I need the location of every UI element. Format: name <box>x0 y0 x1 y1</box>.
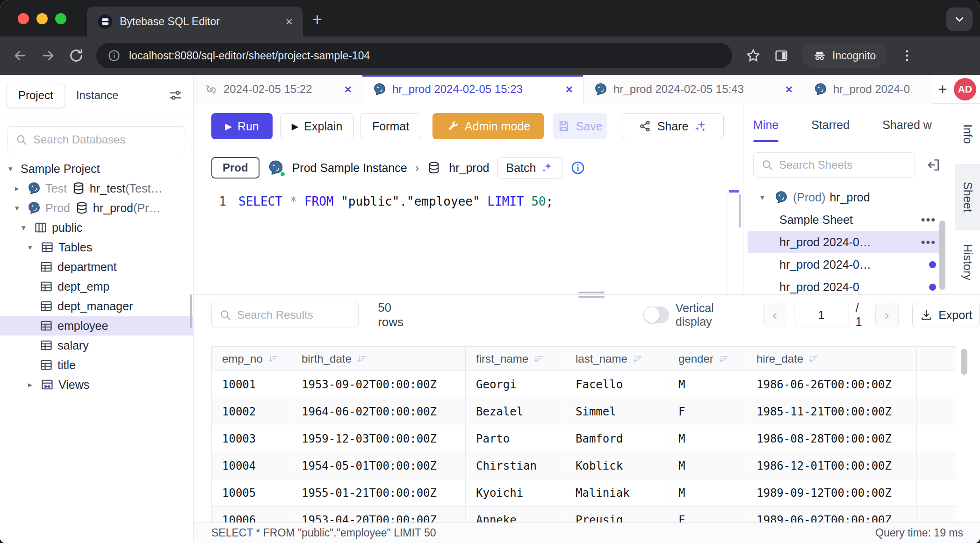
sql-editor[interactable]: 1 SELECT * FROM "public"."employee" LIMI… <box>194 187 743 294</box>
database-search[interactable] <box>7 126 185 153</box>
vertical-display-toggle[interactable] <box>643 307 669 323</box>
bookmark-star-icon[interactable] <box>745 48 761 64</box>
editor-overview-ruler[interactable] <box>728 187 740 294</box>
editor-tab-3[interactable]: hr_prod 2024-02-05 15:43× <box>584 75 803 104</box>
sheet-list-scrollbar[interactable] <box>939 221 945 290</box>
side-panel-icon[interactable] <box>773 48 789 64</box>
tab-search-chevron-button[interactable] <box>946 7 973 31</box>
forward-icon[interactable] <box>40 48 56 64</box>
side-tab-info[interactable]: Info <box>955 104 980 164</box>
browser-tab[interactable]: Bytebase SQL Editor × <box>87 7 303 36</box>
caret-down-icon[interactable]: ▾ <box>15 203 27 213</box>
batch-button[interactable]: Batch <box>497 157 563 179</box>
editor-tab-1[interactable]: 2024-02-05 15:22× <box>194 75 362 104</box>
sheet-search[interactable] <box>753 152 915 178</box>
editor-tab-2[interactable]: hr_prod 2024-02-05 15:23× <box>362 75 584 104</box>
tree-item-department[interactable]: department <box>0 257 193 277</box>
tree-item-title[interactable]: title <box>0 355 193 375</box>
browser-menu-icon[interactable] <box>899 48 915 64</box>
page-number-input[interactable] <box>794 303 849 327</box>
next-page-button[interactable]: › <box>875 303 899 327</box>
back-icon[interactable] <box>12 48 28 64</box>
column-header-first_name[interactable]: first_name <box>466 347 565 371</box>
results-scrollbar[interactable] <box>961 349 967 375</box>
run-button[interactable]: ▶ Run <box>211 113 273 139</box>
prev-page-button[interactable]: ‹ <box>763 303 786 327</box>
tree-item-Views[interactable]: ▸Views <box>0 375 193 394</box>
tab-instance[interactable]: Instance <box>65 83 130 107</box>
sheet-item-1[interactable]: ▾(Prod)hr_prod <box>748 186 943 208</box>
minimize-window-button[interactable] <box>36 13 48 24</box>
tab-project[interactable]: Project <box>7 83 65 108</box>
admin-mode-button[interactable]: Admin mode <box>432 113 544 139</box>
tree-item-dept_manager[interactable]: dept_manager <box>0 296 193 316</box>
sheet-item-4[interactable]: hr_prod 2024-0… <box>748 253 943 276</box>
share-button[interactable]: Share <box>622 113 724 139</box>
close-icon[interactable]: × <box>345 82 352 97</box>
database-name[interactable]: hr_prod <box>449 161 489 175</box>
table-row[interactable]: 100031959-12-03T00:00:00ZPartoBamfordM19… <box>212 425 957 452</box>
side-tab-history[interactable]: History <box>955 230 980 294</box>
caret-down-icon[interactable]: ▾ <box>760 193 774 202</box>
search-results-input[interactable] <box>237 308 351 322</box>
reload-icon[interactable] <box>68 48 84 64</box>
export-button[interactable]: Export <box>912 303 980 327</box>
sheets-tab-starred[interactable]: Starred <box>811 118 850 135</box>
maximize-window-button[interactable] <box>55 13 66 24</box>
table-row[interactable]: 100021964-06-02T00:00:00ZBezalelSimmelF1… <box>212 398 957 425</box>
column-header-emp_no[interactable]: emp_no <box>212 347 291 371</box>
info-circle-icon[interactable] <box>570 160 585 175</box>
tree-item-Sample Project[interactable]: ▾Sample Project <box>0 159 193 179</box>
instance-name[interactable]: Prod Sample Instance <box>292 161 407 175</box>
tree-item-dept_emp[interactable]: dept_emp <box>0 277 193 296</box>
column-header-hire_date[interactable]: hire_date <box>746 347 917 371</box>
close-icon[interactable]: × <box>785 82 793 97</box>
table-row[interactable]: 100051955-01-21T00:00:00ZKyoichiMaliniak… <box>212 479 957 507</box>
sort-icon[interactable] <box>718 354 728 364</box>
filter-sliders-icon[interactable] <box>168 88 183 103</box>
tree-item-hr_prod[interactable]: ▾Prodhr_prod (Pr… <box>0 198 193 218</box>
tree-item-public[interactable]: ▾public <box>0 218 193 237</box>
sheet-item-3[interactable]: hr_prod 2024-0…••• <box>748 231 943 253</box>
caret-right-icon[interactable]: ▸ <box>28 380 40 390</box>
url-bar[interactable]: localhost:8080/sql-editor/sheet/project-… <box>96 43 732 68</box>
new-sheet-button[interactable]: + <box>933 75 952 103</box>
search-sheets-input[interactable] <box>779 158 907 171</box>
site-info-icon[interactable] <box>108 49 121 62</box>
tree-item-hr_test[interactable]: ▸Testhr_test (Test… <box>0 179 193 198</box>
column-header-last_name[interactable]: last_name <box>565 347 668 371</box>
collapse-panel-icon[interactable] <box>926 157 941 172</box>
sort-icon[interactable] <box>356 354 367 364</box>
format-button[interactable]: Format <box>360 113 421 139</box>
table-row[interactable]: 100061953-04-20T00:00:00ZAnnekePreusigF1… <box>212 507 957 523</box>
table-row[interactable]: 100041954-05-01T00:00:00ZChirstianKoblic… <box>212 452 957 479</box>
save-button[interactable]: Save <box>553 113 607 139</box>
caret-down-icon[interactable]: ▾ <box>28 243 40 252</box>
more-menu-icon[interactable]: ••• <box>921 213 936 227</box>
column-header-gender[interactable]: gender <box>668 347 746 371</box>
sheets-tab-mine[interactable]: Mine <box>753 118 778 135</box>
sort-icon[interactable] <box>632 354 642 364</box>
sheets-tab-shared-w[interactable]: Shared w <box>882 118 932 135</box>
close-window-button[interactable] <box>18 13 29 24</box>
sort-icon[interactable] <box>808 354 818 364</box>
avatar[interactable]: AD <box>954 78 976 100</box>
sheet-item-2[interactable]: Sample Sheet••• <box>748 208 943 231</box>
sheet-item-5[interactable]: hr_prod 2024-0 <box>748 276 943 294</box>
browser-new-tab-button[interactable]: + <box>312 11 322 28</box>
column-header-birth_date[interactable]: birth_date <box>291 347 466 371</box>
tree-item-salary[interactable]: salary <box>0 336 193 355</box>
tree-item-Tables[interactable]: ▾Tables <box>0 237 193 257</box>
caret-right-icon[interactable]: ▸ <box>15 184 27 193</box>
explain-button[interactable]: ▶ Explain <box>280 113 354 139</box>
sort-icon[interactable] <box>267 354 278 364</box>
close-icon[interactable]: × <box>566 82 573 97</box>
more-menu-icon[interactable]: ••• <box>921 236 936 249</box>
search-databases-input[interactable] <box>33 133 177 146</box>
tree-item-employee[interactable]: employee <box>0 316 193 336</box>
sort-icon[interactable] <box>533 354 543 364</box>
table-row[interactable]: 100011953-09-02T00:00:00ZGeorgiFacelloM1… <box>212 371 957 398</box>
browser-tab-close-icon[interactable]: × <box>286 15 293 28</box>
side-tab-sheet[interactable]: Sheet <box>955 164 980 230</box>
caret-down-icon[interactable]: ▾ <box>22 223 34 233</box>
